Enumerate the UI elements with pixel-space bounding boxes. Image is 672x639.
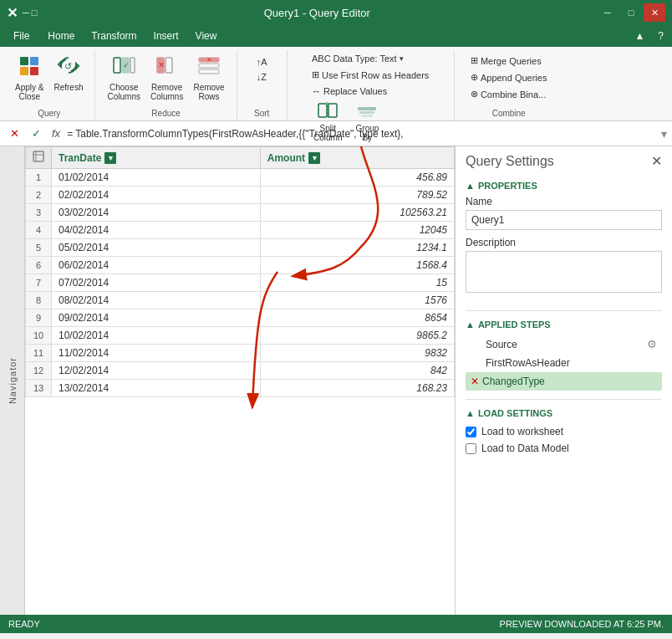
- amount-filter-button[interactable]: ▾: [308, 152, 320, 164]
- data-area[interactable]: TranDate ▾ Amount ▾ 1 01/02/2014 456.89: [25, 146, 455, 615]
- menu-insert[interactable]: Insert: [145, 28, 187, 44]
- apply-close-icon: [18, 54, 41, 81]
- trandate-cell: 01/02/2014: [52, 169, 261, 187]
- trandate-cell: 04/02/2014: [52, 222, 261, 239]
- apply-close-button[interactable]: Apply &Close: [10, 52, 48, 104]
- applied-step-source[interactable]: Source⚙: [466, 335, 662, 354]
- row-num-cell: 13: [26, 380, 52, 397]
- transform-items-row: ABC Data Type: Text ▾ ⊞ Use First Row as…: [308, 50, 432, 98]
- load-worksheet-checkbox[interactable]: [466, 427, 476, 437]
- reduce-items-row: ✓ ChooseColumns ✕ Re: [102, 50, 229, 109]
- combine-group-wrap: ⊞ Merge Queries ⊕ Append Queries ⊗ Combi…: [467, 50, 551, 120]
- replace-values-label: Replace Values: [323, 86, 387, 96]
- help-icon[interactable]: ?: [653, 28, 669, 43]
- table-body: 1 01/02/2014 456.89 2 02/02/2014 789.52 …: [26, 169, 455, 397]
- collapse-ribbon-icon[interactable]: ▲: [629, 28, 649, 43]
- step-delete-icon[interactable]: ✕: [471, 376, 479, 387]
- formula-expand-button[interactable]: ▾: [661, 127, 667, 141]
- col-header-num: [26, 147, 52, 169]
- table-row[interactable]: 10 10/02/2014 9865.2: [26, 327, 455, 345]
- applied-step-firstrowasheader[interactable]: FirstRowAsHeader: [466, 354, 662, 372]
- append-queries-button[interactable]: ⊕ Append Queries: [467, 70, 551, 84]
- qs-close-button[interactable]: ✕: [651, 153, 662, 169]
- navigator-label: Navigator: [8, 357, 18, 404]
- combine-binaries-button[interactable]: ⊗ Combine Bina...: [467, 87, 549, 101]
- qs-properties-label: PROPERTIES: [478, 181, 537, 191]
- data-type-button[interactable]: ABC Data Type: Text ▾: [308, 52, 407, 65]
- table-row[interactable]: 5 05/02/2014 1234.1: [26, 239, 455, 257]
- col-header-trandate-label: TranDate: [59, 152, 101, 164]
- table-row[interactable]: 13 13/02/2014 168.23: [26, 380, 455, 397]
- load-data-model-checkbox[interactable]: [466, 443, 476, 454]
- svg-rect-13: [199, 64, 219, 68]
- remove-rows-button[interactable]: ✕ RemoveRows: [188, 52, 229, 104]
- ribbon-group-sort: ↑A ↓Z Sort: [237, 50, 288, 120]
- svg-rect-16: [318, 104, 327, 117]
- combine-items-row: ⊞ Merge Queries ⊕ Append Queries ⊗ Combi…: [467, 50, 551, 109]
- table-row[interactable]: 7 07/02/2014 15: [26, 274, 455, 292]
- table-row[interactable]: 9 09/02/2014 8654: [26, 309, 455, 327]
- table-row[interactable]: 12 12/02/2014 842: [26, 362, 455, 380]
- load-data-model-row: Load to Data Model: [466, 440, 662, 457]
- refresh-label: Refresh: [53, 83, 83, 92]
- col-header-amount[interactable]: Amount ▾: [260, 147, 454, 169]
- menu-file[interactable]: File: [3, 28, 39, 44]
- amount-cell: 102563.21: [260, 204, 454, 222]
- merge-queries-label: Merge Queries: [481, 56, 542, 66]
- window-controls-left: ─ □: [23, 8, 38, 18]
- menu-home[interactable]: Home: [39, 28, 83, 44]
- use-first-row-button[interactable]: ⊞ Use First Row as Headers: [308, 68, 432, 82]
- step-gear-icon[interactable]: ⚙: [647, 338, 657, 350]
- ribbon-group-reduce: ✓ ChooseColumns ✕ Re: [95, 50, 237, 120]
- remove-rows-icon: ✕: [197, 54, 221, 81]
- table-row[interactable]: 6 06/02/2014 1568.4: [26, 257, 455, 274]
- remove-rows-label: RemoveRows: [193, 83, 224, 101]
- trandate-cell: 05/02/2014: [52, 239, 261, 257]
- sort-desc-button[interactable]: ↓Z: [253, 70, 271, 84]
- qs-description-label: Description: [466, 237, 662, 248]
- menu-transform[interactable]: Transform: [83, 28, 145, 44]
- sort-asc-button[interactable]: ↑A: [253, 55, 271, 69]
- sort-col: ↑A ↓Z: [253, 52, 271, 84]
- formula-input[interactable]: = Table.TransformColumnTypes(FirstRowAsH…: [67, 128, 658, 140]
- table-row[interactable]: 2 02/02/2014 789.52: [26, 187, 455, 204]
- table-row[interactable]: 8 08/02/2014 1576: [26, 292, 455, 309]
- status-preview: PREVIEW DOWNLOADED AT 6:25 PM.: [500, 619, 664, 629]
- menu-bar: File Home Transform Insert View ▲ ?: [0, 25, 672, 47]
- formula-fx-label: fx: [48, 127, 64, 140]
- maximize-button[interactable]: □: [620, 3, 642, 22]
- trandate-cell: 12/02/2014: [52, 362, 261, 380]
- trandate-cell: 13/02/2014: [52, 380, 261, 397]
- trandate-filter-button[interactable]: ▾: [104, 152, 116, 164]
- trandate-cell: 03/02/2014: [52, 204, 261, 222]
- col-header-trandate[interactable]: TranDate ▾: [52, 147, 261, 169]
- remove-columns-button[interactable]: ✕ RemoveColumns: [145, 52, 188, 104]
- table-row[interactable]: 4 04/02/2014 12045: [26, 222, 455, 239]
- applied-step-changedtype[interactable]: ✕ChangedType: [466, 372, 662, 391]
- svg-text:✓: ✓: [123, 61, 130, 69]
- combine-group-label: Combine: [467, 109, 551, 120]
- amount-cell: 168.23: [260, 380, 454, 397]
- qs-load-settings-triangle: ▲: [466, 408, 475, 418]
- sort-group-label: Sort: [253, 109, 271, 120]
- table-row[interactable]: 11 11/02/2014 9832: [26, 345, 455, 362]
- append-queries-label: Append Queries: [481, 73, 547, 83]
- qs-applied-steps-label: APPLIED STEPS: [478, 320, 551, 330]
- qs-description-textarea[interactable]: [466, 251, 662, 293]
- formula-confirm-button[interactable]: ✓: [27, 125, 45, 143]
- qs-properties-triangle: ▲: [466, 181, 475, 191]
- qs-name-input[interactable]: [466, 210, 662, 230]
- table-row[interactable]: 3 03/02/2014 102563.21: [26, 204, 455, 222]
- replace-values-button[interactable]: ↔ Replace Values: [308, 84, 390, 98]
- merge-queries-button[interactable]: ⊞ Merge Queries: [467, 54, 545, 68]
- close-button[interactable]: ✕: [644, 3, 665, 22]
- status-bar: READY PREVIEW DOWNLOADED AT 6:25 PM.: [0, 615, 672, 633]
- choose-columns-button[interactable]: ✓ ChooseColumns: [102, 52, 145, 104]
- refresh-button[interactable]: ↺ Refresh: [48, 52, 88, 95]
- table-row[interactable]: 1 01/02/2014 456.89: [26, 169, 455, 187]
- minimize-button[interactable]: ─: [597, 3, 619, 22]
- formula-cancel-button[interactable]: ✕: [5, 125, 23, 143]
- menu-view[interactable]: View: [187, 28, 226, 44]
- amount-cell: 456.89: [260, 169, 454, 187]
- navigator-sidebar: Navigator: [0, 146, 25, 615]
